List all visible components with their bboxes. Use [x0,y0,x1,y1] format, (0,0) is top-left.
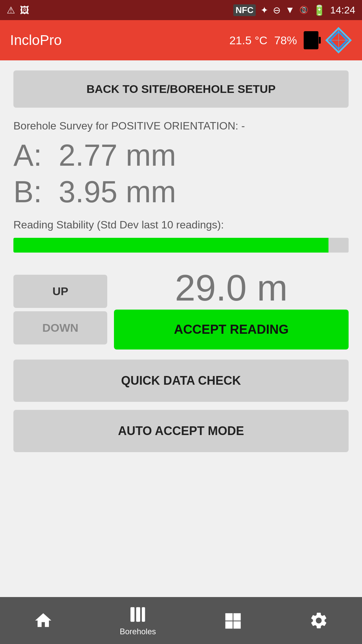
app-bar: IncloPro 21.5 °C 78% [0,20,362,60]
bluetooth-icon: ✦ [260,5,268,16]
battery-percent-display: 78% [274,34,297,47]
svg-rect-5 [136,607,140,622]
nav-settings[interactable] [309,611,328,630]
dnd-icon: ⊖ [273,5,281,16]
stability-progress-bar [13,238,349,253]
svg-rect-6 [142,607,145,622]
depth-accept-column: 29.0 m ACCEPT READING [114,269,349,350]
svg-rect-4 [130,607,134,622]
main-content: BACK TO SITE/BOREHOLE SETUP Borehole Sur… [0,60,362,470]
image-icon: 🖼 [20,5,29,16]
up-down-column: UP DOWN [13,275,107,344]
nfc-icon: NFC [233,4,256,16]
reading-b-value: B: 3.95 mm [13,175,349,209]
stability-label: Reading Stability (Std Dev last 10 readi… [13,219,349,231]
nav-boreholes-label: Boreholes [120,627,156,636]
home-icon [34,611,53,630]
time-display: 14:24 [330,4,355,16]
nav-home[interactable] [34,611,53,630]
auto-accept-mode-button[interactable]: AUTO ACCEPT MODE [13,410,349,452]
warning-icon: ⚠ [7,5,15,16]
up-button[interactable]: UP [13,275,107,308]
depth-value: 29.0 m [114,269,349,306]
back-to-setup-button[interactable]: BACK TO SITE/BOREHOLE SETUP [13,70,349,108]
reading-a-number: 2.77 mm [59,139,176,172]
stability-progress-fill [13,238,328,253]
boreholes-icon [128,605,147,624]
app-title: IncloPro [10,32,62,48]
signal-icon: 📵 [299,6,308,14]
quick-data-check-button[interactable]: QUICK DATA CHECK [13,360,349,402]
svg-rect-9 [225,621,233,629]
reading-a-value: A: 2.77 mm [13,139,349,172]
svg-rect-7 [225,613,233,621]
bottom-nav: Boreholes [0,597,362,644]
depth-controls-row: UP DOWN 29.0 m ACCEPT READING [13,269,349,350]
accept-reading-button[interactable]: ACCEPT READING [114,310,349,350]
grid-icon [223,611,242,630]
reading-b-label: B: [13,175,42,209]
wifi-icon: ▼ [285,5,295,15]
nav-grid[interactable] [223,611,242,630]
down-button[interactable]: DOWN [13,311,107,344]
survey-label: Borehole Survey for POSITIVE ORIENTATION… [13,120,349,132]
reading-b-number: 3.95 mm [59,175,176,209]
battery-icon: 🔋 [313,4,325,16]
app-logo [325,27,352,54]
reading-a-label: A: [13,139,42,172]
svg-rect-10 [233,621,241,629]
svg-rect-8 [233,613,241,621]
temperature-display: 21.5 °C [229,34,267,47]
status-bar: ⚠ 🖼 NFC ✦ ⊖ ▼ 📵 🔋 14:24 [0,0,362,20]
nav-boreholes[interactable]: Boreholes [120,605,156,636]
battery-icon-bar [304,31,318,49]
settings-icon [309,611,328,630]
